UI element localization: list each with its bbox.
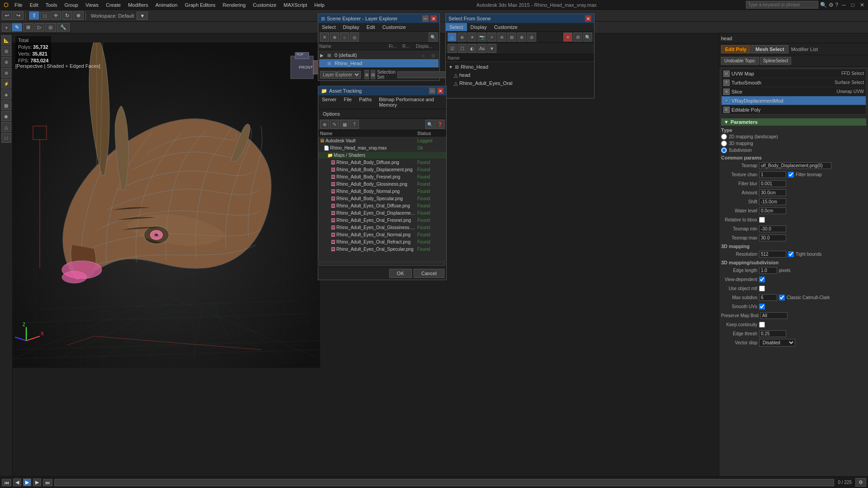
cmd-display[interactable]: ◎ (45, 23, 56, 32)
texmap-input[interactable] (759, 162, 831, 169)
sfs-close-btn[interactable]: ✕ (585, 15, 591, 22)
le-bot-btn2[interactable]: ⊞ (371, 70, 375, 79)
menu-help[interactable]: Help (311, 1, 327, 9)
menu-group[interactable]: Group (61, 1, 81, 9)
layer-row-default[interactable]: ▶ ⊞ 0 (default) ☼ ◎ (319, 51, 439, 59)
play-btn[interactable]: ▶ (23, 479, 31, 486)
at-row-max-file[interactable]: 📄 Rhino_Head_max_vray.max Ok (318, 145, 446, 152)
workspace-dropdown[interactable]: ▼ (137, 12, 148, 20)
sfs-btn-filter2[interactable]: ▼ (487, 44, 496, 53)
radio-3d-input[interactable] (721, 141, 727, 146)
tight-bounds-check[interactable] (788, 251, 794, 257)
le-bot-btn1[interactable]: ⊕ (364, 70, 369, 79)
sfs-btn-all[interactable]: ☑ (448, 44, 457, 53)
classic-catmull-check[interactable] (779, 295, 785, 300)
at-btn-5[interactable]: 🔍 (425, 120, 434, 129)
mod-item-editable-poly[interactable]: E Editable Poly (722, 105, 866, 114)
smooth-uvs-check[interactable] (759, 304, 765, 310)
play-fwd-btn[interactable]: ⏭ (43, 479, 52, 486)
at-row-img-7[interactable]: 🖼 Rhino_Adult_Eyes_Oral_Diffuse.png Foun… (318, 202, 446, 210)
sfs-btn-helpers[interactable]: + (487, 33, 496, 42)
use-obj-mtl-check[interactable] (759, 286, 765, 291)
sfs-btn-invert[interactable]: ◐ (467, 44, 476, 53)
left-icon-10[interactable]: □ (1, 133, 11, 143)
layer-explorer-minimize[interactable]: ─ (422, 15, 429, 22)
params-collapse-icon[interactable]: ▼ (724, 119, 729, 125)
time-slider[interactable] (54, 479, 834, 486)
menu-rendering[interactable]: Rendering (220, 1, 249, 9)
time-config-btn[interactable]: ⚙ (855, 478, 866, 487)
at-btn-1[interactable]: ⊕ (320, 120, 329, 129)
texmap-min-input[interactable] (759, 225, 786, 232)
radio-subdivision-input[interactable] (721, 147, 727, 153)
menu-edit[interactable]: Edit (27, 1, 41, 9)
sfs-tab-customize[interactable]: Customize (491, 23, 521, 31)
water-level-input[interactable] (759, 207, 786, 214)
max-subdivs-input[interactable] (759, 294, 777, 301)
le-toolbar-btn5[interactable]: 🔍 (429, 33, 438, 42)
at-hscroll-track[interactable] (319, 262, 445, 266)
at-btn-6[interactable]: ❓ (435, 120, 444, 129)
view-dependent-check[interactable] (759, 277, 765, 282)
spline-select-btn[interactable]: SplineSelect (760, 57, 792, 65)
at-btn-2[interactable]: ✎ (330, 120, 339, 129)
menu-maxscript[interactable]: MAXScript (281, 1, 310, 9)
left-icon-9[interactable]: △ (1, 122, 11, 132)
search-input[interactable] (746, 1, 818, 9)
at-minimize-btn[interactable]: ─ (429, 88, 435, 94)
sfs-btn-none[interactable]: ☐ (458, 44, 467, 53)
sfs-btn-geom[interactable]: △ (448, 33, 457, 42)
at-row-img-12[interactable]: 🖼 Rhino_Adult_Eyes_Oral_Refract.png Foun… (318, 239, 446, 246)
shift-input[interactable] (759, 198, 786, 205)
le-toolbar-btn4[interactable]: ◎ (350, 33, 359, 42)
le-toolbar-btn2[interactable]: ⊕ (330, 33, 339, 42)
mod-item-slice[interactable]: S Slice Unwrap UVW (722, 87, 866, 96)
sfs-btn-bones[interactable]: ⊘ (527, 33, 536, 42)
menu-tools[interactable]: Tools (43, 1, 60, 9)
at-row-img-9[interactable]: 🖼 Rhino_Adult_Eyes_Oral_Fresnel.png Foun… (318, 217, 446, 224)
mod-item-uwv-map[interactable]: U UVW Map FFD Select (722, 69, 866, 78)
le-menu-edit[interactable]: Edit (363, 23, 379, 31)
menu-create[interactable]: Create (103, 1, 123, 9)
left-icon-4[interactable]: ⊗ (1, 68, 11, 78)
prev-frame-btn[interactable]: ◀ (13, 479, 21, 486)
at-menu-bitmap[interactable]: Bitmap Performance and Memory (375, 95, 446, 109)
sfs-btn-options[interactable]: ⚙ (573, 33, 582, 42)
scene-item-eyes-oral[interactable]: △ Rhino_Adult_Eyes_Oral (447, 79, 593, 87)
mod-item-vray-displacement[interactable]: V VRayDisplacementMod (722, 96, 866, 105)
sfs-btn-xrefs[interactable]: ⊗ (517, 33, 526, 42)
toolbar-scale[interactable]: ⊕ (73, 11, 84, 20)
mod-item-turbosmooth[interactable]: T TurboSmooth Surface Select (722, 78, 866, 87)
toolbar-select[interactable]: ⇧ (29, 11, 39, 20)
icon-question[interactable]: ? (835, 2, 839, 8)
mesh-select-btn[interactable]: Mesh Select (751, 45, 788, 53)
at-row-img-2[interactable]: 🖼 Rhino_Adult_Body_Displacement.png Foun… (318, 166, 446, 174)
sfs-tab-display[interactable]: Display (467, 23, 491, 31)
left-icon-2[interactable]: ⊞ (1, 46, 11, 56)
sfs-btn-spacewarps[interactable]: ≋ (497, 33, 506, 42)
undoable-topo-btn[interactable]: Undoable Topo: (721, 57, 759, 65)
amount-input[interactable] (759, 189, 786, 196)
sfs-btn-lights[interactable]: ☀ (467, 33, 476, 42)
relative-bbox-check[interactable] (759, 217, 765, 223)
at-row-vault[interactable]: 🏛 Autodesk Vault Logged (318, 137, 446, 145)
menu-modifiers[interactable]: Modifiers (125, 1, 151, 9)
sfs-btn-close-x[interactable]: ✕ (563, 33, 572, 42)
sfs-btn-groups[interactable]: ⊞ (507, 33, 516, 42)
toolbar-undo[interactable]: ↩ (2, 11, 12, 20)
left-icon-6[interactable]: ◈ (1, 89, 11, 99)
at-close-btn[interactable]: ✕ (437, 88, 443, 94)
at-horizontal-scrollbar[interactable] (318, 261, 446, 267)
toolbar-move[interactable]: ✛ (51, 11, 61, 20)
at-row-img-3[interactable]: 🖼 Rhino_Adult_Body_Fresnel.png Found (318, 174, 446, 181)
le-toolbar-btn1[interactable]: ✕ (320, 33, 329, 42)
le-menu-display[interactable]: Display (340, 23, 363, 31)
texmap-max-input[interactable] (759, 235, 786, 241)
edge-length-input[interactable] (759, 267, 777, 274)
at-row-img-13[interactable]: 🖼 Rhino_Adult_Eyes_Oral_Specular.png Fou… (318, 246, 446, 253)
scene-item-rhino-head[interactable]: ▼ ⊞ Rhino_Head (447, 63, 593, 71)
layer-row-rhino-head[interactable]: ⊞ Rhino_Head ☼ ◎ (319, 59, 439, 67)
left-icon-1[interactable]: 📐 (1, 35, 11, 45)
le-menu-select[interactable]: Select (318, 23, 340, 31)
at-menu-file[interactable]: File (340, 95, 355, 109)
